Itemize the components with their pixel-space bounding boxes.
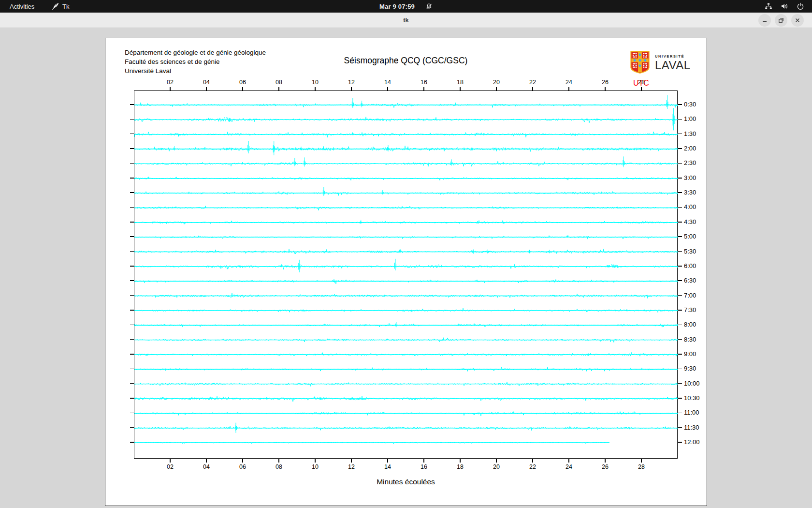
x-tick-label-top: 28 (633, 79, 650, 86)
x-axis-title: Minutes écoulées (134, 478, 678, 486)
x-tick-label-top: 20 (488, 79, 505, 86)
x-tick-mark-bottom (605, 459, 606, 463)
y-tick-mark-right (678, 383, 682, 384)
y-tick-mark-left (130, 354, 134, 355)
y-tick-mark-right (678, 148, 682, 149)
time-label: 9:00 (684, 350, 696, 358)
time-label: 3:00 (684, 174, 696, 181)
y-tick-mark-left (130, 383, 134, 384)
x-tick-mark-bottom (170, 459, 171, 463)
y-tick-mark-left (130, 119, 134, 120)
y-tick-mark-left (130, 442, 134, 443)
y-tick-mark-right (678, 310, 682, 311)
time-label: 3:30 (684, 189, 696, 196)
time-label: 1:00 (684, 115, 696, 122)
y-tick-mark-right (678, 251, 682, 252)
system-status-area[interactable] (765, 2, 804, 10)
x-tick-mark-top (351, 87, 352, 90)
x-tick-label-bottom: 12 (343, 463, 360, 470)
window-title-bar[interactable]: tk (0, 13, 812, 28)
time-label: 12:00 (684, 438, 700, 446)
page-title: Séismographe QCQ (CGC/GSC) (134, 56, 678, 66)
x-tick-label-top: 26 (597, 79, 613, 86)
time-label: 11:30 (684, 424, 699, 431)
power-icon (797, 2, 804, 10)
app-window-background: Département de géologie et de génie géol… (0, 28, 812, 508)
x-tick-label-top: 14 (379, 79, 396, 86)
notifications-muted-icon (425, 3, 433, 10)
seismogram-plot-area (134, 90, 678, 459)
x-tick-mark-bottom (242, 459, 243, 463)
y-tick-mark-right (678, 119, 682, 120)
x-tick-mark-bottom (278, 459, 279, 463)
y-tick-mark-right (678, 369, 682, 370)
x-tick-label-top: 12 (343, 79, 360, 86)
time-label: 8:30 (684, 336, 696, 343)
time-label: 0:30 (684, 101, 696, 108)
y-tick-mark-left (130, 207, 134, 208)
x-tick-label-bottom: 18 (452, 463, 468, 470)
time-label: 6:00 (684, 262, 696, 269)
x-tick-mark-top (206, 87, 207, 90)
x-tick-mark-top (423, 87, 424, 90)
close-icon[interactable] (791, 14, 804, 27)
y-tick-mark-left (130, 413, 134, 414)
x-tick-mark-bottom (206, 459, 207, 463)
laval-shield-icon (629, 50, 651, 76)
time-label: 11:00 (684, 409, 699, 416)
y-tick-mark-right (678, 134, 682, 134)
y-tick-mark-right (678, 236, 682, 237)
y-tick-mark-left (130, 134, 134, 134)
x-tick-label-bottom: 14 (379, 463, 396, 470)
y-tick-mark-left (130, 280, 134, 281)
y-tick-mark-left (130, 148, 134, 149)
time-label: 2:00 (684, 145, 696, 152)
logo-text-small: UNIVERSITÉ (655, 54, 691, 59)
time-label: 1:30 (684, 130, 696, 137)
time-label: 8:00 (684, 321, 696, 328)
time-label: 9:30 (684, 365, 696, 372)
y-tick-mark-right (678, 413, 682, 414)
x-tick-label-bottom: 08 (271, 463, 287, 470)
x-tick-mark-top (605, 87, 606, 90)
x-tick-mark-top (315, 87, 316, 90)
x-tick-label-top: 08 (271, 79, 287, 86)
x-tick-label-bottom: 28 (633, 463, 650, 470)
minimize-button[interactable] (758, 14, 771, 27)
y-tick-mark-left (130, 266, 134, 267)
x-tick-label-bottom: 20 (488, 463, 505, 470)
x-tick-mark-bottom (496, 459, 497, 463)
x-tick-mark-top (641, 87, 642, 90)
y-tick-mark-right (678, 427, 682, 428)
clock-label: Mar 9 07:59 (379, 3, 415, 10)
time-label: 5:30 (684, 248, 696, 255)
x-tick-mark-bottom (460, 459, 461, 463)
x-tick-mark-top (496, 87, 497, 90)
restore-button[interactable] (775, 14, 787, 27)
x-tick-mark-top (170, 87, 171, 90)
time-label: 10:00 (684, 380, 700, 387)
x-tick-label-top: 24 (561, 79, 577, 86)
x-tick-label-top: 04 (198, 79, 215, 86)
x-tick-mark-bottom (315, 459, 316, 463)
y-tick-mark-left (130, 104, 134, 105)
y-tick-mark-right (678, 163, 682, 164)
x-tick-label-top: 18 (452, 79, 468, 86)
x-tick-label-top: 16 (416, 79, 432, 86)
x-tick-label-bottom: 24 (561, 463, 577, 470)
y-tick-mark-left (130, 222, 134, 223)
y-tick-mark-left (130, 178, 134, 179)
y-tick-mark-left (130, 339, 134, 340)
y-tick-mark-left (130, 251, 134, 252)
y-tick-mark-left (130, 369, 134, 370)
header-line-3: Université Laval (125, 66, 266, 75)
y-tick-mark-right (678, 354, 682, 355)
x-tick-label-bottom: 04 (198, 463, 215, 470)
clock-group[interactable]: Mar 9 07:59 (0, 3, 812, 10)
logo-text-large: LAVAL (655, 59, 691, 73)
time-label: 5:00 (684, 233, 696, 240)
y-tick-mark-left (130, 310, 134, 311)
y-tick-mark-right (678, 442, 682, 443)
x-tick-label-bottom: 16 (416, 463, 432, 470)
y-tick-mark-right (678, 398, 682, 399)
